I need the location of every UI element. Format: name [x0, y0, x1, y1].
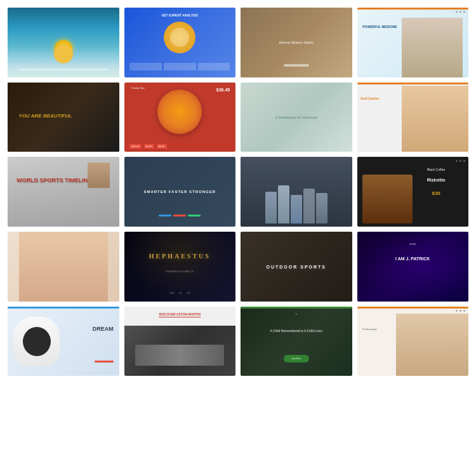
template-2[interactable]: GET EXPERT ANALYSIS	[124, 8, 236, 77]
template-10-title: SMARTER FASTER STRONGER	[143, 190, 216, 194]
template-15[interactable]: OUTDOOR SPORTS	[241, 232, 352, 302]
template-14[interactable]: HEPHAESTUS PREPARE FOR BATTLE 659 15 43	[124, 232, 236, 302]
template-gallery: GET EXPERT ANALYSIS Where Motion Starts	[0, 0, 476, 383]
template-18-title: DISCOVER ASTON MARTIN	[159, 312, 201, 317]
template-9-title: WORLD SPORTS TIMELINE	[17, 178, 91, 184]
template-15-title: OUTDOOR SPORTS	[266, 264, 326, 269]
template-16-title: I AM J. PATRICK	[395, 256, 430, 260]
template-3-title: Where Motion Starts	[279, 41, 314, 44]
template-12-coffee: Black Coffee	[409, 168, 463, 172]
template-13[interactable]	[8, 232, 119, 302]
template-2-title: GET EXPERT ANALYSIS	[161, 13, 198, 17]
template-8[interactable]: And Caution	[357, 83, 469, 152]
template-11[interactable]	[241, 157, 352, 227]
template-18[interactable]: DISCOVER ASTON MARTIN	[124, 307, 236, 376]
template-17[interactable]: DREAM	[8, 307, 119, 376]
template-20[interactable]: Professional	[357, 307, 469, 376]
template-4[interactable]: POWERFUL MEDICINE	[357, 8, 469, 77]
template-8-title: And Caution	[360, 96, 403, 100]
template-9[interactable]: WORLD SPORTS TIMELINE	[8, 157, 119, 227]
template-5[interactable]: YOU ARE BEAUTIFUL	[8, 83, 119, 152]
template-3[interactable]: Where Motion Starts	[241, 8, 352, 77]
template-19[interactable]: ✦ A Child Remembered is A Child Lives Le…	[241, 307, 352, 376]
template-14-title: HEPHAESTUS	[149, 253, 211, 260]
template-5-title: YOU ARE BEAUTIFUL	[19, 114, 72, 119]
template-12[interactable]: Black Coffee Ristretto $30	[357, 157, 469, 227]
template-16[interactable]: JOVE I AM J. PATRICK	[357, 232, 469, 302]
template-4-title: POWERFUL MEDICINE	[362, 25, 409, 29]
template-6-price: $36.45	[216, 88, 230, 92]
template-19-title: A Child Remembered is A Child Lives	[270, 329, 322, 333]
template-17-title: DREAM	[93, 326, 114, 332]
template-6-label: Family Size	[129, 86, 147, 90]
template-1[interactable]	[8, 8, 119, 77]
template-10[interactable]: SMARTER FASTER STRONGER	[124, 157, 236, 227]
template-7[interactable]: A Meditation for Renewal	[241, 83, 352, 152]
template-6[interactable]: Family Size $19.45 $4.80 $6.00 $36.45	[124, 83, 236, 152]
template-7-title: A Meditation for Renewal	[275, 114, 317, 119]
